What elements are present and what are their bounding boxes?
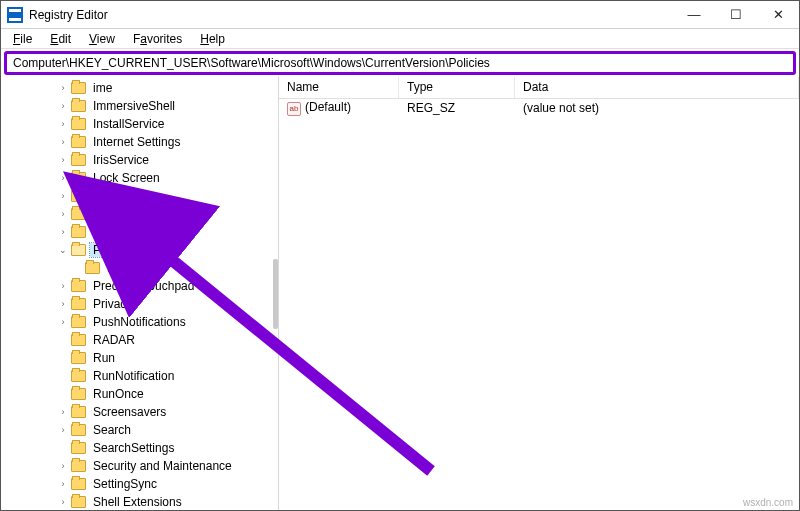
- address-bar-container: [1, 49, 799, 77]
- expand-toggle-icon[interactable]: ›: [57, 425, 69, 435]
- tree-node-label: InstallService: [90, 117, 167, 131]
- values-pane[interactable]: Name Type Data ab(Default)REG_SZ(value n…: [279, 77, 799, 510]
- tree-node-pushnotifications[interactable]: ›PushNotifications: [1, 313, 278, 331]
- title-bar: Registry Editor — ☐ ✕: [1, 1, 799, 29]
- folder-icon: [71, 226, 86, 238]
- minimize-button[interactable]: —: [673, 1, 715, 29]
- folder-icon: [71, 172, 86, 184]
- address-bar[interactable]: [4, 51, 796, 75]
- folder-icon: [71, 298, 86, 310]
- expand-toggle-icon[interactable]: ›: [57, 119, 69, 129]
- tree-node-irisservice[interactable]: ›IrisService: [1, 151, 278, 169]
- menu-file[interactable]: File: [5, 31, 40, 47]
- tree-node-label: PushNotifications: [90, 315, 189, 329]
- tree-node-label: Run: [90, 351, 118, 365]
- expand-toggle-icon[interactable]: ›: [57, 101, 69, 111]
- tree-node-search[interactable]: ›Search: [1, 421, 278, 439]
- tree-node-label: IrisService: [90, 153, 152, 167]
- list-header: Name Type Data: [279, 77, 799, 99]
- folder-icon: [71, 388, 86, 400]
- content-area: ›ime›ImmersiveShell›InstallService›Inter…: [1, 77, 799, 510]
- tree-node-mobility[interactable]: ›Mobility: [1, 187, 278, 205]
- value-type: REG_SZ: [399, 101, 515, 115]
- tree-node-policies[interactable]: ⌄Policies: [1, 241, 278, 259]
- folder-icon: [71, 496, 86, 508]
- expand-toggle-icon[interactable]: ›: [57, 155, 69, 165]
- tree-node-shell-extensions[interactable]: ›Shell Extensions: [1, 493, 278, 510]
- expand-toggle-icon[interactable]: ›: [57, 209, 69, 219]
- tree-node-label: RADAR: [90, 333, 138, 347]
- folder-icon: [85, 262, 100, 274]
- splitter-handle[interactable]: [273, 259, 278, 329]
- tree-node-label: RunOnce: [90, 387, 147, 401]
- expand-toggle-icon[interactable]: ›: [57, 407, 69, 417]
- folder-icon: [71, 118, 86, 130]
- tree-node-label: ImmersiveShell: [90, 99, 178, 113]
- folder-icon: [71, 100, 86, 112]
- tree-node-runonce[interactable]: RunOnce: [1, 385, 278, 403]
- window-controls: — ☐ ✕: [673, 1, 799, 29]
- expand-toggle-icon[interactable]: ›: [57, 173, 69, 183]
- tree-pane[interactable]: ›ime›ImmersiveShell›InstallService›Inter…: [1, 77, 279, 510]
- tree-node-privacy[interactable]: ›Privacy: [1, 295, 278, 313]
- column-type[interactable]: Type: [399, 77, 515, 98]
- tree-node-immersiveshell[interactable]: ›ImmersiveShell: [1, 97, 278, 115]
- expand-toggle-icon[interactable]: ›: [57, 227, 69, 237]
- expand-toggle-icon[interactable]: ›: [57, 299, 69, 309]
- expand-toggle-icon[interactable]: ›: [57, 281, 69, 291]
- value-data: (value not set): [515, 101, 799, 115]
- folder-icon: [71, 190, 86, 202]
- expand-toggle-icon[interactable]: ›: [57, 461, 69, 471]
- menu-edit[interactable]: Edit: [42, 31, 79, 47]
- tree-node-precisiontouchpad[interactable]: ›PrecisionTouchpad: [1, 277, 278, 295]
- tree-node-screensavers[interactable]: ›Screensavers: [1, 403, 278, 421]
- tree-node-searchsettings[interactable]: SearchSettings: [1, 439, 278, 457]
- expand-toggle-icon[interactable]: ⌄: [57, 245, 69, 255]
- close-button[interactable]: ✕: [757, 1, 799, 29]
- tree-node-label: Shell Extensions: [90, 495, 185, 509]
- folder-icon: [71, 280, 86, 292]
- tree-node-label: SearchSettings: [90, 441, 177, 455]
- menu-view[interactable]: View: [81, 31, 123, 47]
- tree-node-label: Notifications: [90, 207, 161, 221]
- column-data[interactable]: Data: [515, 77, 799, 98]
- tree-node-run[interactable]: Run: [1, 349, 278, 367]
- tree-node-lock-screen[interactable]: ›Lock Screen: [1, 169, 278, 187]
- list-row[interactable]: ab(Default)REG_SZ(value not set): [279, 99, 799, 117]
- tree-node-settingsync[interactable]: ›SettingSync: [1, 475, 278, 493]
- tree-node-runnotification[interactable]: RunNotification: [1, 367, 278, 385]
- folder-icon: [71, 370, 86, 382]
- tree-node-ime[interactable]: ›ime: [1, 79, 278, 97]
- registry-tree[interactable]: ›ime›ImmersiveShell›InstallService›Inter…: [1, 77, 278, 510]
- expand-toggle-icon[interactable]: ›: [57, 191, 69, 201]
- expand-toggle-icon[interactable]: ›: [57, 497, 69, 507]
- folder-icon: [71, 208, 86, 220]
- tree-node-label: PenWorkspace: [90, 225, 177, 239]
- expand-toggle-icon[interactable]: ›: [57, 83, 69, 93]
- expand-toggle-icon[interactable]: ›: [57, 479, 69, 489]
- tree-node-radar[interactable]: RADAR: [1, 331, 278, 349]
- maximize-button[interactable]: ☐: [715, 1, 757, 29]
- tree-node-notifications[interactable]: ›Notifications: [1, 205, 278, 223]
- value-name: ab(Default): [279, 100, 399, 116]
- tree-node-explorer[interactable]: Explorer: [1, 259, 278, 277]
- expand-toggle-icon[interactable]: ›: [57, 137, 69, 147]
- tree-node-label: Privacy: [90, 297, 135, 311]
- tree-node-label: ime: [90, 81, 115, 95]
- value-name-text: (Default): [305, 100, 351, 114]
- folder-icon: [71, 316, 86, 328]
- folder-icon: [71, 82, 86, 94]
- column-name[interactable]: Name: [279, 77, 399, 98]
- tree-node-security-and-maintenance[interactable]: ›Security and Maintenance: [1, 457, 278, 475]
- menu-help[interactable]: Help: [192, 31, 233, 47]
- menu-favorites[interactable]: Favorites: [125, 31, 190, 47]
- expand-toggle-icon[interactable]: ›: [57, 317, 69, 327]
- tree-node-label: Security and Maintenance: [90, 459, 235, 473]
- tree-node-penworkspace[interactable]: ›PenWorkspace: [1, 223, 278, 241]
- tree-node-installservice[interactable]: ›InstallService: [1, 115, 278, 133]
- app-icon: [7, 7, 23, 23]
- address-input[interactable]: [11, 55, 789, 71]
- tree-node-label: PrecisionTouchpad: [90, 279, 197, 293]
- folder-icon: [71, 244, 86, 256]
- tree-node-internet-settings[interactable]: ›Internet Settings: [1, 133, 278, 151]
